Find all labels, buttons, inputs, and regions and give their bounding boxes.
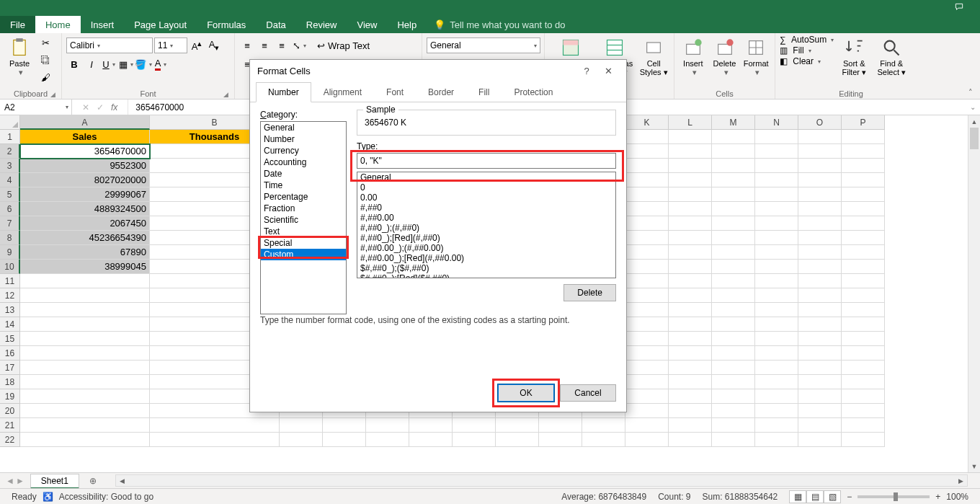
cell-O5[interactable] — [798, 187, 842, 202]
cell-N22[interactable] — [755, 433, 798, 447]
cell-D21[interactable] — [323, 418, 366, 433]
cell-K16[interactable] — [625, 346, 669, 361]
col-header-O[interactable]: O — [798, 115, 842, 130]
row-header-10[interactable]: 10 — [0, 260, 20, 274]
cell-O19[interactable] — [798, 389, 842, 404]
category-item-text[interactable]: Text — [261, 226, 346, 237]
row-header-5[interactable]: 5 — [0, 187, 20, 202]
sort-filter-button[interactable]: Sort &Filter ▾ — [837, 35, 871, 79]
cell-P4[interactable] — [842, 173, 885, 187]
format-item[interactable]: 0.00 — [357, 193, 615, 203]
cell-K4[interactable] — [625, 173, 669, 187]
cell-A2[interactable]: 3654670000 — [20, 144, 150, 159]
cell-O20[interactable] — [798, 404, 842, 418]
cell-A9[interactable]: 67890 — [20, 245, 150, 260]
cell-A1[interactable]: Sales — [20, 130, 150, 144]
cell-M9[interactable] — [712, 245, 755, 260]
format-item[interactable]: $#,##0_);[Red]($#,##0) — [357, 273, 615, 278]
cell-K1[interactable] — [625, 130, 669, 144]
sheet-nav-first-icon[interactable]: ◄ — [6, 476, 14, 486]
cell-O4[interactable] — [798, 173, 842, 187]
cell-N14[interactable] — [755, 317, 798, 332]
wrap-text-button[interactable]: ↩Wrap Text — [317, 37, 370, 53]
category-item-percentage[interactable]: Percentage — [261, 191, 346, 203]
name-box[interactable]: A2▾ — [0, 100, 72, 115]
cell-P7[interactable] — [842, 216, 885, 231]
font-name-combo[interactable]: Calibri▾ — [66, 37, 153, 53]
cell-L8[interactable] — [669, 231, 712, 245]
sheet-nav-last-icon[interactable]: ► — [16, 476, 24, 486]
cell-M21[interactable] — [712, 418, 755, 433]
cell-N2[interactable] — [755, 144, 798, 159]
normal-view-button[interactable]: ▦ — [789, 490, 806, 503]
cell-F21[interactable] — [409, 418, 453, 433]
cell-O18[interactable] — [798, 375, 842, 389]
cell-M5[interactable] — [712, 187, 755, 202]
cell-L22[interactable] — [669, 433, 712, 447]
tab-page-layout[interactable]: Page Layout — [124, 16, 197, 33]
border-button[interactable]: ▦▾ — [118, 56, 134, 72]
cell-M14[interactable] — [712, 317, 755, 332]
cell-L19[interactable] — [669, 389, 712, 404]
cell-L17[interactable] — [669, 361, 712, 375]
dialog-tab-protection[interactable]: Protection — [502, 82, 565, 102]
col-header-L[interactable]: L — [669, 115, 712, 130]
decrease-font-button[interactable]: A▾ — [206, 37, 222, 53]
paste-button[interactable]: Paste▾ — [4, 35, 35, 79]
cell-O11[interactable] — [798, 274, 842, 288]
cell-N19[interactable] — [755, 389, 798, 404]
cell-O16[interactable] — [798, 346, 842, 361]
cell-M19[interactable] — [712, 389, 755, 404]
row-header-20[interactable]: 20 — [0, 404, 20, 418]
cell-styles-button[interactable]: CellStyles ▾ — [638, 35, 669, 79]
dialog-tab-font[interactable]: Font — [374, 82, 416, 102]
cell-P12[interactable] — [842, 288, 885, 303]
format-item[interactable]: #,##0_);[Red](#,##0) — [357, 233, 615, 243]
orientation-button[interactable]: ⤡▾ — [291, 37, 307, 53]
type-input[interactable] — [357, 153, 616, 169]
row-header-13[interactable]: 13 — [0, 303, 20, 317]
zoom-out-button[interactable]: − — [847, 492, 852, 502]
col-header-N[interactable]: N — [755, 115, 798, 130]
cell-K7[interactable] — [625, 216, 669, 231]
row-header-1[interactable]: 1 — [0, 130, 20, 144]
cell-O2[interactable] — [798, 144, 842, 159]
category-item-fraction[interactable]: Fraction — [261, 203, 346, 214]
tab-view[interactable]: View — [347, 16, 387, 33]
status-accessibility[interactable]: Accessibility: Good to go — [59, 492, 153, 502]
category-item-number[interactable]: Number — [261, 133, 346, 145]
align-top-button[interactable]: ≡ — [239, 37, 255, 53]
cell-N13[interactable] — [755, 303, 798, 317]
cell-N3[interactable] — [755, 159, 798, 173]
cell-L10[interactable] — [669, 260, 712, 274]
page-break-view-button[interactable]: ▧ — [824, 490, 841, 503]
cell-A22[interactable] — [20, 433, 150, 447]
cell-C22[interactable] — [280, 433, 323, 447]
cell-L1[interactable] — [669, 130, 712, 144]
cell-N7[interactable] — [755, 216, 798, 231]
cell-J21[interactable] — [582, 418, 625, 433]
category-item-currency[interactable]: Currency — [261, 145, 346, 156]
cell-I22[interactable] — [539, 433, 582, 447]
cell-A14[interactable] — [20, 317, 150, 332]
cell-O1[interactable] — [798, 130, 842, 144]
cell-O21[interactable] — [798, 418, 842, 433]
row-header-21[interactable]: 21 — [0, 418, 20, 433]
row-header-15[interactable]: 15 — [0, 332, 20, 346]
cell-K12[interactable] — [625, 288, 669, 303]
cell-N17[interactable] — [755, 361, 798, 375]
row-header-16[interactable]: 16 — [0, 346, 20, 361]
cell-L11[interactable] — [669, 274, 712, 288]
cell-L5[interactable] — [669, 187, 712, 202]
row-header-22[interactable]: 22 — [0, 433, 20, 447]
font-color-button[interactable]: A▾ — [153, 56, 169, 72]
cell-K20[interactable] — [625, 404, 669, 418]
category-item-accounting[interactable]: Accounting — [261, 156, 346, 168]
row-header-8[interactable]: 8 — [0, 231, 20, 245]
zoom-slider[interactable] — [858, 495, 930, 498]
align-bottom-button[interactable]: ≡ — [274, 37, 290, 53]
format-item[interactable]: $#,##0_);($#,##0) — [357, 263, 615, 273]
cell-H21[interactable] — [496, 418, 539, 433]
cell-N5[interactable] — [755, 187, 798, 202]
cell-L13[interactable] — [669, 303, 712, 317]
